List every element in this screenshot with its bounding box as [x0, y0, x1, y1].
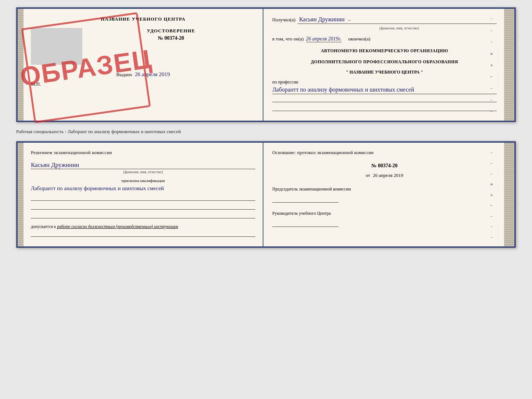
- bottom-right-panel: Основание: протокол экзаменационной коми…: [263, 143, 504, 246]
- cert-left-panel: НАЗВАНИЕ УЧЕБНОГО ЦЕНТРА УДОСТОВЕРЕНИЕ №…: [24, 9, 263, 121]
- profession-handwritten: Лаборантт по анализу формовочных и шихто…: [272, 86, 497, 94]
- allowed-prefix: допускается к: [31, 224, 56, 229]
- blank-line-2: [31, 203, 255, 210]
- date-of-label: от: [366, 172, 370, 178]
- qualification-handwritten: Лаборантт по анализу формовочных и шихто…: [31, 184, 255, 193]
- profession-blank-line2: [272, 104, 497, 111]
- bottom-book-spine-left: [18, 143, 24, 246]
- basis-title: Основание: протокол экзаменационной коми…: [272, 150, 497, 156]
- org-line2: ДОПОЛНИТЕЛЬНОГО ПРОФЕССИОНАЛЬНОГО ОБРАЗО…: [272, 58, 497, 65]
- blank-line-4: [31, 230, 255, 237]
- cert-school-title: НАЗВАНИЕ УЧЕБНОГО ЦЕНТРА: [31, 16, 255, 22]
- date-line: в том, что он(а) 26 апреля 2019г. окончи…: [272, 36, 497, 42]
- org-quote: " НАЗВАНИЕ УЧЕБНОГО ЦЕНТРА ": [272, 70, 497, 75]
- bottom-certificate-book: Решением экзаменационной комиссии Касьян…: [16, 141, 516, 248]
- chairman-block: Председатель экзаменационной комиссии: [272, 186, 497, 203]
- cert-label: УДОСТОВЕРЕНИЕ: [87, 28, 255, 34]
- cert-right-panel: Получил(а) Касьян Дружинин – (фамилия, и…: [263, 9, 504, 121]
- decision-title: Решением экзаменационной комиссии: [31, 150, 255, 156]
- top-certificate-book: НАЗВАНИЕ УЧЕБНОГО ЦЕНТРА УДОСТОВЕРЕНИЕ №…: [16, 7, 516, 122]
- chairman-label: Председатель экзаменационной комиссии: [272, 186, 497, 192]
- issued-label: Выдано: [116, 72, 132, 77]
- cert-issued: Выдано 26 апреля 2019: [31, 71, 255, 78]
- qualification-label: присвоена квалификация: [31, 178, 255, 183]
- finished-label: окончил(а): [348, 36, 370, 42]
- director-label: Руководитель учебного Центра: [272, 210, 497, 217]
- director-signature-line: [272, 219, 338, 227]
- allowed-text: допускается к работе согласно должностны…: [31, 224, 255, 229]
- middle-caption: Рабочая специальность - Лаборант по анал…: [16, 127, 516, 137]
- date-value: 26 апреля 2019г.: [306, 36, 342, 42]
- bottom-book-spine-right: [504, 143, 514, 246]
- allowed-italic: работе согласно должностным (производств…: [57, 224, 178, 229]
- cert-number: № 00374-20: [87, 35, 255, 41]
- blank-line-1: [31, 194, 255, 201]
- book-spine-right: [504, 9, 514, 121]
- issued-date: 26 апреля 2019: [135, 71, 170, 77]
- director-block: Руководитель учебного Центра: [272, 210, 497, 227]
- in-that-label: в том, что он(а): [272, 36, 304, 42]
- org-line1: АВТОНОМНУЮ НЕКОММЕРЧЕСКУЮ ОРГАНИЗАЦИЮ: [272, 47, 497, 54]
- profession-label: по профессии: [272, 79, 497, 85]
- book-spine-left: [18, 9, 24, 121]
- blank-line-3: [31, 212, 255, 218]
- protocol-date: от 26 апреля 2019: [272, 172, 497, 178]
- person-name-sub: (фамилия, имя, отчество): [31, 170, 255, 174]
- chairman-signature-line: [272, 195, 338, 203]
- photo-placeholder: [31, 28, 82, 65]
- protocol-number: № 00374-20: [272, 163, 497, 169]
- name-subtitle: (фамилия, имя, отчество): [302, 26, 497, 30]
- received-line: Получил(а) Касьян Дружинин –: [272, 16, 497, 24]
- side-dashes: – – – и а ← – – –: [489, 16, 494, 113]
- profession-blank-line: [272, 96, 497, 102]
- protocol-date-value: 26 апреля 2019: [373, 172, 403, 178]
- person-name: Касьян Дружинин: [31, 161, 255, 169]
- bottom-left-panel: Решением экзаменационной комиссии Касьян…: [24, 143, 263, 246]
- mp-label: М.П.: [31, 81, 255, 87]
- received-label: Получил(а): [272, 17, 295, 23]
- bottom-side-dashes: – – – и а ← – – –: [489, 150, 494, 239]
- received-name: Касьян Дружинин: [299, 16, 345, 22]
